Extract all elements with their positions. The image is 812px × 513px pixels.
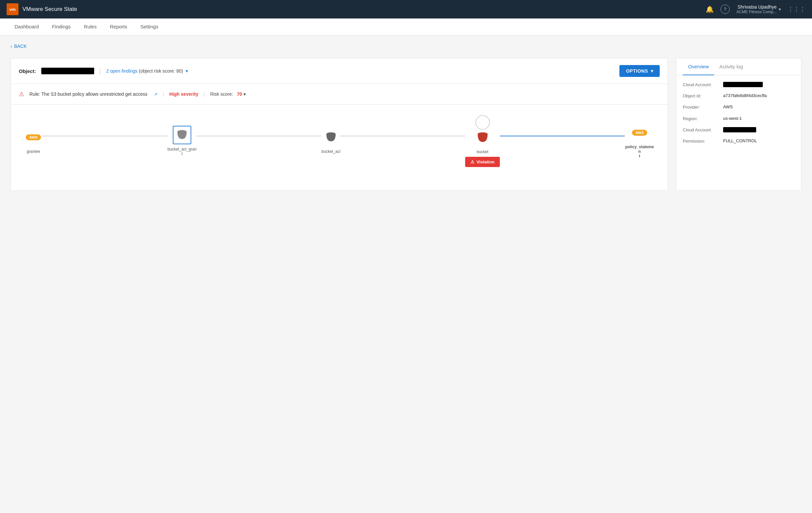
node-policy-statement[interactable]: AWS policy_statement [625,123,655,158]
main-area: Object: | 2 open findings (object risk s… [10,58,668,191]
bucket-acl-grant-icon [173,126,191,144]
connector-2 [197,136,321,136]
object-label: Object: [19,68,36,74]
connector-3 [340,136,465,136]
severity-badge: High severity [170,91,199,97]
options-button[interactable]: OPTIONS ▾ [619,65,660,77]
app-title: VMware Secure State [23,6,77,12]
detail-value-object-id: a737fafe8d8f4d3cecffa [723,93,767,99]
risk-score-value: 70 [237,91,242,97]
violation-label: Violation [476,159,495,164]
risk-score-chevron-icon[interactable]: ▾ [243,91,246,97]
panel-tabs: Overview Activity log [676,58,801,75]
violation-warning-icon: ⚠ [470,159,474,164]
user-org: ACME Fitness Comp... [736,9,777,14]
detail-label-permission: Permission: [683,138,719,144]
warning-triangle-icon: ⚠ [19,90,24,98]
detail-row-provider: Provider: AWS [683,104,794,110]
grantee-icon: AWS [24,128,42,147]
top-nav-left: vm VMware Secure State [7,3,77,15]
risk-score-text: (object risk score: 80) [139,68,183,73]
tab-overview[interactable]: Overview [683,58,714,75]
user-name-block: Shrivatsa Upadhye ACME Fitness Comp... [736,4,777,14]
object-name-redacted [41,68,94,74]
nav-dashboard[interactable]: Dashboard [8,19,45,35]
object-header-left: Object: | 2 open findings (object risk s… [19,68,188,74]
external-link-icon[interactable]: ↗ [154,92,157,97]
user-name: Shrivatsa Upadhye [738,4,777,9]
options-chevron-icon: ▾ [651,68,654,73]
user-info: Shrivatsa Upadhye ACME Fitness Comp... ▾ [736,4,781,14]
bucket-acl-label: bucket_acl [321,149,340,154]
page-content: ‹ BACK Object: | 2 open findings (object… [0,36,812,513]
options-label: OPTIONS [626,68,648,73]
detail-label-provider: Provider: [683,104,719,110]
risk-score-finding: Risk score: 70 ▾ [210,91,246,97]
detail-row-cloud-account-1: Cloud Account: [683,82,794,88]
connector-1 [42,136,168,136]
rule-text: Rule: The S3 bucket policy allows unrest… [29,91,147,97]
detail-row-region: Region: us-west-1 [683,116,794,122]
right-panel: Overview Activity log Cloud Account: Obj… [676,58,802,191]
detail-row-permission: Permission: FULL_CONTROL [683,138,794,144]
vm-logo: vm [7,3,19,15]
risk-score-chevron-icon[interactable]: ▾ [186,68,188,73]
nav-settings[interactable]: Settings [134,19,165,35]
detail-label-region: Region: [683,116,719,122]
policy-statement-label: policy_statement [625,145,655,158]
top-nav-right: 🔔 ? Shrivatsa Upadhye ACME Fitness Comp.… [706,4,805,14]
grid-icon[interactable]: ⋮⋮⋮ [788,6,805,13]
findings-link[interactable]: 2 open findings [106,68,138,73]
panel-content: Cloud Account: Object Id: a737fafe8d8f4d… [676,75,801,156]
nav-findings[interactable]: Findings [45,19,77,35]
detail-value-provider: AWS [723,104,733,110]
node-bucket[interactable]: bucket ⚠ Violation [465,115,500,167]
object-header: Object: | 2 open findings (object risk s… [11,58,668,84]
policy-statement-aws-badge: AWS [632,130,647,136]
nav-reports[interactable]: Reports [103,19,134,35]
nav-rules[interactable]: Rules [77,19,103,35]
violation-badge: ⚠ Violation [465,157,500,167]
graph-area: AWS grantee bucket_acl_grant [11,104,668,190]
detail-value-cloud-account-1-redacted [723,82,763,87]
detail-value-cloud-account-2-redacted [723,127,756,132]
finding-row: ⚠ Rule: The S3 bucket policy allows unre… [11,84,668,104]
content-wrapper: Object: | 2 open findings (object risk s… [10,58,802,191]
pipe-1: | [163,91,164,97]
detail-label-object-id: Object Id: [683,93,719,99]
bucket-red-icon [473,128,492,147]
bucket-acl-icon [322,128,340,147]
detail-label-cloud-account-1: Cloud Account: [683,82,719,88]
pipe-2: | [204,91,205,97]
grantee-aws-badge: AWS [26,134,40,140]
findings-group: 2 open findings (object risk score: 80) … [106,68,188,73]
bucket-circle [475,115,490,130]
detail-row-object-id: Object Id: a737fafe8d8f4d3cecffa [683,93,794,99]
divider: | [99,68,101,74]
detail-label-cloud-account-2: Cloud Account: [683,127,719,133]
notification-icon[interactable]: 🔔 [706,5,714,13]
bucket-violation-container [473,115,492,147]
detail-value-region: us-west-1 [723,116,742,122]
risk-score-label: Risk score: [210,91,233,97]
node-bucket-acl[interactable]: bucket_acl [321,128,340,154]
node-bucket-acl-grant[interactable]: bucket_acl_grant [168,126,197,156]
bucket-acl-grant-label: bucket_acl_grant [168,147,197,156]
connector-4-blue [500,136,625,136]
user-dropdown-icon[interactable]: ▾ [779,7,781,12]
back-label: BACK [14,43,27,49]
main-navigation: Dashboard Findings Rules Reports Setting… [0,19,812,36]
tab-activity-log[interactable]: Activity log [714,58,749,75]
bucket-label: bucket [477,150,488,154]
detail-row-cloud-account-2: Cloud Account: [683,127,794,133]
node-grantee: AWS grantee [24,128,42,154]
detail-value-permission: FULL_CONTROL [723,138,757,144]
back-link[interactable]: ‹ BACK [10,43,27,49]
policy-statement-icon: AWS [630,123,649,142]
help-icon[interactable]: ? [721,5,730,14]
grantee-label: grantee [27,149,40,154]
top-navigation: vm VMware Secure State 🔔 ? Shrivatsa Upa… [0,0,812,19]
back-chevron-icon: ‹ [10,43,12,49]
